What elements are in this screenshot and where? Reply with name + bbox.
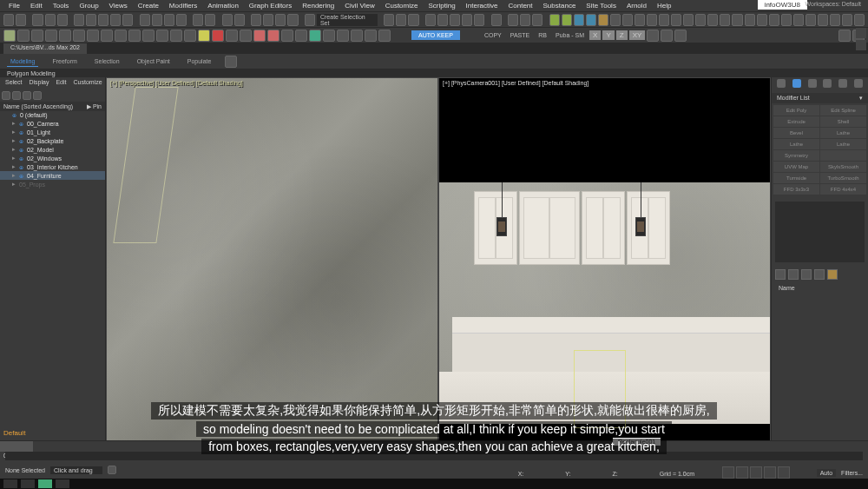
custom-icon-15[interactable]	[720, 14, 730, 26]
render-setup-icon[interactable]	[508, 14, 518, 26]
custom-icon-1[interactable]	[549, 14, 560, 26]
menu-animation[interactable]: Animation	[202, 2, 244, 10]
ribbon-icon[interactable]	[450, 14, 460, 26]
scene-item-model[interactable]: ▸⊕02_Model	[0, 145, 105, 154]
select-rect-icon[interactable]	[98, 14, 108, 26]
eye-icon[interactable]: ⊕	[19, 173, 23, 179]
custom-icon-23[interactable]	[818, 14, 828, 26]
modifier-stack[interactable]	[775, 202, 865, 262]
remove-mod-icon[interactable]	[814, 269, 825, 280]
scene-item-backplate[interactable]: ▸⊕02_Backplate	[0, 136, 105, 145]
place-icon[interactable]	[176, 14, 187, 26]
viewport-right-label[interactable]: [+] [PhysCamera001] [User Defined] [Defa…	[443, 80, 589, 86]
light-icon[interactable]	[198, 30, 210, 42]
eye-icon[interactable]: ⊕	[19, 164, 23, 170]
tool-b19[interactable]	[267, 30, 279, 42]
mod-lathe2[interactable]: Lathe	[773, 139, 819, 149]
mod-symmetry[interactable]: Symmetry	[773, 150, 819, 161]
modifier-list-dropdown[interactable]: Modifier List ▾	[772, 93, 868, 103]
select-name-icon[interactable]	[86, 14, 96, 26]
x-input[interactable]	[527, 471, 562, 477]
mirror-icon[interactable]	[384, 14, 394, 26]
bind-icon[interactable]	[57, 14, 68, 26]
scene-item-props[interactable]: ▸05_Props	[0, 180, 105, 188]
tool-c2[interactable]	[661, 30, 673, 42]
tool-b25[interactable]	[351, 30, 363, 42]
curve-editor-icon[interactable]	[462, 14, 472, 26]
tool-b9[interactable]	[128, 30, 141, 42]
custom-icon-8[interactable]	[635, 14, 645, 26]
custom-icon-9[interactable]	[647, 14, 657, 26]
hierarchy-tab-icon[interactable]	[808, 79, 817, 88]
prev-frame-icon[interactable]	[736, 466, 748, 479]
tool-b24[interactable]	[337, 30, 349, 42]
eye-icon[interactable]: ⊕	[19, 121, 23, 127]
custom-icon-13[interactable]	[695, 14, 706, 26]
paste-button[interactable]: PASTE	[507, 32, 533, 38]
tool-b5[interactable]	[73, 30, 85, 42]
stop-icon[interactable]	[212, 30, 224, 42]
tool-b6[interactable]	[87, 30, 99, 42]
ribbon-selection[interactable]: Selection	[91, 56, 123, 66]
move-icon[interactable]	[140, 14, 150, 26]
axis-y-button[interactable]: Y	[602, 30, 614, 40]
mod-extrude[interactable]: Extrude	[773, 116, 819, 127]
percent-snap-icon[interactable]	[275, 14, 286, 26]
menu-civil-view[interactable]: Civil View	[339, 2, 380, 10]
tool-b17[interactable]	[240, 30, 252, 42]
menu-interactive[interactable]: Interactive	[461, 2, 503, 10]
motion-tab-icon[interactable]	[823, 79, 832, 88]
select-window-icon[interactable]	[110, 14, 121, 26]
scene-root[interactable]: ⊕0 (default)	[0, 111, 105, 119]
scene-lock-icon[interactable]	[33, 91, 42, 100]
render-frame-icon[interactable]	[520, 14, 530, 26]
keyboard-icon[interactable]	[234, 14, 245, 26]
mod-turnside[interactable]: Turnside	[773, 173, 819, 183]
axis-z-button[interactable]: Z	[616, 30, 628, 40]
modify-tab-icon[interactable]	[792, 79, 801, 88]
schematic-icon[interactable]	[474, 14, 484, 26]
mod-uvw[interactable]: UVW Map	[773, 162, 819, 172]
ribbon-expand-icon[interactable]	[225, 56, 237, 68]
scene-sort-icon[interactable]	[12, 91, 21, 100]
minimize-icon[interactable]	[838, 30, 851, 42]
show-result-icon[interactable]	[788, 269, 799, 280]
auto-key-label[interactable]: Auto	[817, 469, 836, 477]
custom-icon-21[interactable]	[793, 14, 804, 26]
goto-end-icon[interactable]	[778, 466, 790, 479]
menu-site-tools[interactable]: Site Tools	[581, 2, 621, 10]
vray-icon[interactable]	[3, 30, 16, 42]
tool-b18[interactable]	[253, 30, 266, 42]
z-input[interactable]	[621, 471, 656, 477]
rb-button[interactable]: RB	[535, 32, 550, 38]
play-icon[interactable]	[750, 466, 762, 479]
custom-icon-19[interactable]	[769, 14, 779, 26]
utilities-tab-icon[interactable]	[854, 79, 863, 88]
scene-tab-display[interactable]: Display	[29, 79, 49, 88]
mod-ffd4[interactable]: FFD 4x4x4	[820, 184, 866, 195]
menu-content[interactable]: Content	[503, 2, 538, 10]
tool-b7[interactable]	[101, 30, 113, 42]
tool-b26[interactable]	[365, 30, 377, 42]
create-tab-icon[interactable]	[777, 79, 786, 88]
file-tab-1[interactable]: C:\Users\BV...ds Max 202	[3, 43, 88, 54]
viewport-perspective[interactable]: [+] [Perspective] [User Defined] [Defaul…	[106, 77, 438, 451]
dock-icon-2[interactable]	[856, 40, 866, 50]
select-icon[interactable]	[74, 14, 84, 26]
render-prod-icon[interactable]	[532, 14, 542, 26]
custom-icon-17[interactable]	[745, 14, 755, 26]
eye-icon[interactable]: ⊕	[19, 155, 23, 162]
menu-graph-editors[interactable]: Graph Editors	[244, 2, 297, 10]
scene-filter-icon[interactable]	[2, 91, 10, 100]
scene-search-icon[interactable]	[23, 91, 31, 100]
tool-b11[interactable]	[156, 30, 168, 42]
selection-gizmo[interactable]	[574, 350, 626, 428]
login-info[interactable]: infoOW3U8	[758, 0, 807, 10]
lock-selection-icon[interactable]	[108, 466, 116, 474]
align-icon[interactable]	[408, 14, 418, 26]
array-icon[interactable]	[396, 14, 406, 26]
custom-icon-18[interactable]	[757, 14, 767, 26]
eye-icon[interactable]: ⊕	[19, 138, 23, 144]
mod-turbosmooth[interactable]: TurboSmooth	[820, 173, 866, 183]
viewport-camera[interactable]: [+] [PhysCamera001] [User Defined] [Defa…	[438, 77, 771, 451]
